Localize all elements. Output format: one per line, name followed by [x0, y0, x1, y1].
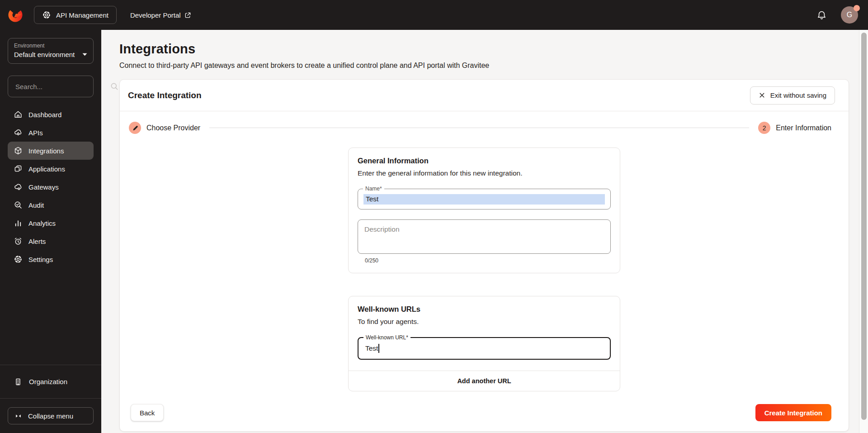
environment-select[interactable]: Environment Default environment [8, 38, 94, 64]
environment-value: Default environment [14, 51, 75, 58]
top-bar: API Management Developer Portal G [0, 0, 868, 30]
sidebar-item-label: APIs [28, 129, 43, 137]
collapse-arrows-icon [14, 412, 22, 420]
sidebar-item-gateways[interactable]: Gateways [8, 178, 94, 196]
step-label: Enter Information [776, 124, 831, 132]
back-button[interactable]: Back [131, 404, 164, 421]
stepper-connector [209, 128, 749, 128]
notification-dot [854, 5, 860, 11]
sidebar-item-analytics[interactable]: Analytics [8, 214, 94, 232]
sidebar-item-integrations[interactable]: Integrations [8, 142, 94, 160]
cloud-gear-icon [14, 128, 23, 137]
close-icon [759, 92, 765, 99]
sidebar-item-label: Applications [28, 165, 65, 173]
search-input[interactable] [14, 82, 106, 91]
sidebar-item-label: Analytics [28, 219, 56, 227]
notifications-bell-icon[interactable] [816, 10, 827, 21]
exit-without-saving-button[interactable]: Exit without saving [750, 86, 835, 105]
developer-portal-link[interactable]: Developer Portal [130, 11, 191, 19]
pencil-icon [132, 125, 138, 131]
cube-icon [14, 146, 23, 155]
sidebar-item-label: Gateways [28, 183, 59, 191]
step-choose-provider[interactable]: Choose Provider [129, 122, 200, 134]
app-switcher-label: API Management [56, 11, 108, 19]
text-cursor [378, 344, 379, 353]
well-known-urls-card: Well-known URLs To find your agents. Wel… [348, 296, 620, 391]
general-information-subtitle: Enter the general information for this n… [358, 169, 611, 177]
page-title: Integrations [119, 42, 859, 57]
sidebar-item-audit[interactable]: Audit [8, 196, 94, 214]
page-scrollbar-thumb[interactable] [861, 33, 867, 420]
page-scrollbar-track[interactable] [859, 30, 868, 433]
description-char-counter: 0/250 [365, 257, 611, 264]
wizard-title: Create Integration [128, 90, 202, 100]
sidebar-item-label: Integrations [28, 147, 64, 155]
sidebar-item-label: Alerts [28, 238, 46, 245]
search-icon [110, 82, 119, 91]
divider [0, 398, 101, 399]
well-known-url-label: Well-known URL* [363, 334, 410, 341]
general-information-card: General Information Enter the general in… [348, 148, 620, 273]
sidebar-nav: Dashboard APIs Integrations [0, 105, 101, 268]
wizard-body: Choose Provider 2 Enter Information Gene… [120, 111, 849, 431]
exit-button-label: Exit without saving [770, 91, 826, 99]
wizard-header: Create Integration Exit without saving [120, 80, 849, 111]
sidebar-item-label: Audit [28, 201, 44, 209]
wizard-actions: Back Create Integration [120, 404, 849, 431]
well-known-url-input[interactable]: Well-known URL* Test [358, 337, 611, 360]
create-integration-button[interactable]: Create Integration [755, 404, 831, 421]
user-avatar[interactable]: G [841, 6, 858, 24]
name-field-label: Name* [363, 186, 384, 192]
cloud-node-icon [14, 182, 23, 191]
add-another-url-button[interactable]: Add another URL [349, 371, 620, 391]
sidebar-item-organization[interactable]: Organization [0, 365, 101, 398]
description-textarea[interactable]: Description [358, 219, 611, 254]
gear-icon [14, 255, 23, 264]
chevron-down-icon [82, 53, 87, 56]
gear-icon [42, 10, 51, 19]
name-field-value: Test [363, 194, 605, 205]
general-information-title: General Information [358, 157, 611, 165]
developer-portal-label: Developer Portal [130, 11, 181, 19]
sidebar-item-settings[interactable]: Settings [8, 250, 94, 268]
sidebar-item-label: Dashboard [28, 111, 61, 119]
step-indicator-number: 2 [758, 122, 770, 134]
home-icon [14, 110, 23, 119]
sidebar-bottom: Organization Collapse menu [0, 365, 101, 433]
name-input[interactable]: Name* Test [358, 189, 611, 209]
sidebar-item-applications[interactable]: Applications [8, 160, 94, 178]
step-enter-information[interactable]: 2 Enter Information [758, 122, 831, 134]
description-placeholder: Description [364, 225, 400, 233]
wizard-stepper: Choose Provider 2 Enter Information [120, 122, 849, 134]
sidebar-item-label: Settings [28, 256, 53, 263]
sidebar-item-label: Organization [29, 378, 67, 385]
well-known-urls-title: Well-known URLs [358, 305, 611, 314]
create-integration-card: Create Integration Exit without saving [119, 79, 849, 432]
step-indicator-edit [129, 122, 141, 134]
sidebar-search[interactable] [8, 76, 94, 97]
sidebar-item-alerts[interactable]: Alerts [8, 232, 94, 250]
gravitee-logo-icon[interactable] [8, 8, 23, 22]
collapse-menu-button[interactable]: Collapse menu [8, 407, 94, 424]
alarm-clock-icon [14, 237, 23, 246]
app-switcher-button[interactable]: API Management [34, 6, 117, 24]
sidebar-item-apis[interactable]: APIs [8, 124, 94, 142]
bar-chart-icon [14, 219, 23, 228]
main-content: Integrations Connect to third-party API … [101, 30, 859, 433]
collapse-menu-label: Collapse menu [28, 412, 73, 420]
page-subtitle: Connect to third-party API gateways and … [119, 62, 859, 70]
sidebar-item-dashboard[interactable]: Dashboard [8, 105, 94, 124]
stacked-windows-icon [14, 164, 23, 173]
search-check-icon [14, 200, 23, 209]
building-icon [14, 377, 23, 386]
sidebar: Environment Default environment Dashboar… [0, 30, 101, 433]
environment-label: Environment [14, 43, 87, 49]
well-known-urls-subtitle: To find your agents. [358, 318, 611, 326]
well-known-url-value: Test [364, 344, 378, 352]
step-label: Choose Provider [146, 124, 200, 132]
external-link-icon [184, 12, 191, 19]
